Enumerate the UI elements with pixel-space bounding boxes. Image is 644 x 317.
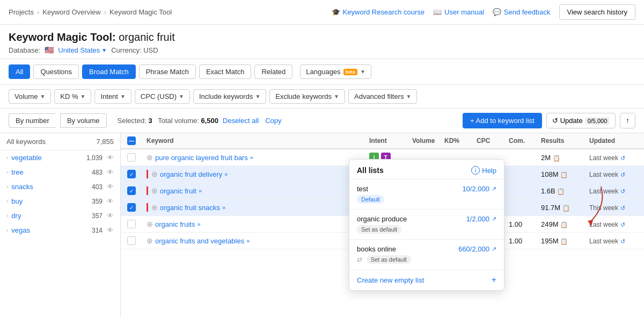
set-as-default-button[interactable]: Set as default [357, 225, 401, 234]
row-checkbox[interactable] [127, 220, 136, 228]
row-checkbox[interactable] [127, 153, 136, 162]
keyword-link[interactable]: ⊕ organic fruit snacks » [151, 203, 369, 212]
research-course-link[interactable]: 🎓 Keyword Research course [332, 8, 425, 16]
sidebar-keyword-link[interactable]: buy [11, 197, 23, 205]
header-cpc: CPC [477, 137, 509, 145]
keyword-link[interactable]: ⊕ organic fruit delivery » [151, 170, 369, 178]
cpc-filter[interactable]: CPC (USD) ▼ [135, 89, 190, 104]
add-circle-icon: ⊕ [147, 153, 153, 162]
tab-broad-match[interactable]: Broad Match [82, 64, 136, 79]
sidebar-keyword-link[interactable]: vegetable [11, 154, 41, 162]
sidebar-item-dry[interactable]: › dry 357 👁 [0, 208, 120, 223]
send-feedback-link[interactable]: 💬 Send feedback [493, 8, 551, 16]
row-checkbox[interactable]: ✓ [127, 203, 136, 212]
copy-link[interactable]: Copy [265, 117, 281, 125]
include-keywords-filter[interactable]: Include keywords ▼ [193, 89, 266, 104]
refresh-icon[interactable]: ↺ [620, 155, 625, 161]
list-item-books-online: books online 660/2,000 ↗ ⇄ Set as defaul… [349, 240, 504, 270]
add-to-keyword-list-button[interactable]: + Add to keyword list [463, 113, 542, 128]
list-item-test: test 10/2,000 ↗ Default [349, 179, 504, 210]
keyword-link[interactable]: ⊕ organic fruits and vegetables » [147, 236, 369, 245]
keyword-link[interactable]: ⊕ organic fruits » [147, 220, 369, 228]
external-link-icon[interactable]: ↗ [492, 215, 496, 222]
volume-filter[interactable]: Volume ▼ [9, 89, 51, 104]
add-circle-icon: ⊕ [151, 170, 158, 178]
breadcrumb-sep2: › [104, 8, 106, 16]
sidebar-keyword-link[interactable]: vegas [11, 226, 30, 234]
help-link[interactable]: i Help [471, 166, 496, 175]
flag-icon: 🇺🇸 [45, 46, 54, 54]
external-link-icon[interactable]: ↗ [492, 246, 496, 253]
tab-phrase-match[interactable]: Phrase Match [139, 64, 196, 79]
chevron-down-icon: ▼ [101, 47, 107, 53]
share-icon: ⇄ [357, 256, 362, 263]
add-circle-icon: ⊕ [147, 236, 153, 245]
dropdown-header: All lists i Help [349, 160, 504, 179]
row-checkbox[interactable] [127, 236, 136, 245]
exclude-keywords-filter[interactable]: Exclude keywords ▼ [269, 89, 345, 104]
add-circle-icon: ⊕ [147, 220, 153, 228]
sidebar-item-vegetable[interactable]: › vegetable 1,039 👁 [0, 150, 120, 165]
export-button[interactable]: ↑ [620, 113, 635, 128]
external-link-icon[interactable]: ↗ [492, 185, 496, 192]
chevron-right-icon: › [6, 169, 8, 175]
set-as-default-button[interactable]: Set as default [367, 255, 411, 264]
languages-button[interactable]: Languages beta ▼ [300, 64, 371, 79]
tab-related[interactable]: Related [254, 64, 292, 79]
create-new-list-row[interactable]: Create new empty list + [349, 270, 504, 290]
refresh-icon[interactable]: ↺ [620, 171, 625, 178]
nav-arrows-icon: » [222, 204, 225, 211]
sidebar-keyword-link[interactable]: snacks [11, 183, 33, 191]
eye-icon[interactable]: 👁 [107, 168, 114, 176]
tab-questions[interactable]: Questions [33, 64, 79, 79]
keyword-link[interactable]: ⊕ organic fruit » [151, 186, 369, 195]
header-com: Com. [509, 137, 541, 145]
update-button[interactable]: ↺ Update 0/5,000 [546, 113, 616, 128]
row-checkbox[interactable]: ✓ [127, 186, 136, 195]
tab-all[interactable]: All [9, 64, 30, 79]
header-results: Results [541, 137, 589, 145]
eye-icon[interactable]: 👁 [107, 212, 114, 220]
currency-label: Currency: USD [111, 46, 158, 54]
by-volume-button[interactable]: By volume [60, 113, 107, 128]
deselect-all-link[interactable]: Deselect all [223, 117, 259, 125]
update-count: 0/5,000 [585, 117, 610, 125]
chat-icon: 💬 [493, 8, 501, 16]
refresh-icon: ↺ [552, 117, 558, 125]
select-all-checkbox[interactable]: — [127, 136, 136, 145]
kd-filter[interactable]: KD % ▼ [54, 89, 91, 104]
clipboard-icon: 📋 [557, 188, 565, 194]
user-manual-link[interactable]: 📖 User manual [433, 8, 484, 16]
chevron-down-icon: ▼ [120, 93, 126, 99]
eye-icon[interactable]: 👁 [107, 197, 114, 205]
eye-icon[interactable]: 👁 [107, 183, 114, 191]
sidebar: All keywords 7,855 › vegetable 1,039 👁 ›… [0, 133, 121, 317]
intent-filter[interactable]: Intent ▼ [94, 89, 131, 104]
header-keyword: Keyword [147, 137, 369, 145]
sidebar-item-snacks[interactable]: › snacks 403 👁 [0, 179, 120, 194]
by-number-button[interactable]: By number [9, 113, 56, 128]
chevron-right-icon: › [6, 198, 8, 204]
breadcrumb-keyword-overview[interactable]: Keyword Overview [42, 8, 100, 16]
sidebar-keyword-link[interactable]: tree [11, 168, 23, 176]
eye-icon[interactable]: 👁 [107, 154, 114, 162]
sidebar-item-buy[interactable]: › buy 359 👁 [0, 194, 120, 208]
refresh-icon[interactable]: ↺ [620, 188, 625, 194]
chevron-down-icon: ▼ [255, 93, 260, 99]
eye-icon[interactable]: 👁 [107, 226, 114, 234]
database-link[interactable]: United States ▼ [58, 46, 107, 54]
advanced-filters[interactable]: Advanced filters ▼ [348, 89, 417, 104]
refresh-icon[interactable]: ↺ [620, 205, 625, 211]
view-history-button[interactable]: View search history [559, 4, 635, 20]
sidebar-item-tree[interactable]: › tree 483 👁 [0, 165, 120, 179]
row-checkbox[interactable]: ✓ [127, 170, 136, 178]
keyword-link[interactable]: ⊕ pure organic layered fruit bars » [147, 153, 369, 162]
breadcrumb-projects[interactable]: Projects [9, 8, 34, 16]
sidebar-keyword-link[interactable]: dry [11, 212, 21, 220]
refresh-icon[interactable]: ↺ [620, 238, 625, 244]
tab-exact-match[interactable]: Exact Match [199, 64, 252, 79]
refresh-icon[interactable]: ↺ [620, 221, 625, 228]
info-icon: i [471, 166, 480, 175]
main-content: All keywords 7,855 › vegetable 1,039 👁 ›… [0, 133, 644, 317]
sidebar-item-vegas[interactable]: › vegas 314 👁 [0, 223, 120, 237]
